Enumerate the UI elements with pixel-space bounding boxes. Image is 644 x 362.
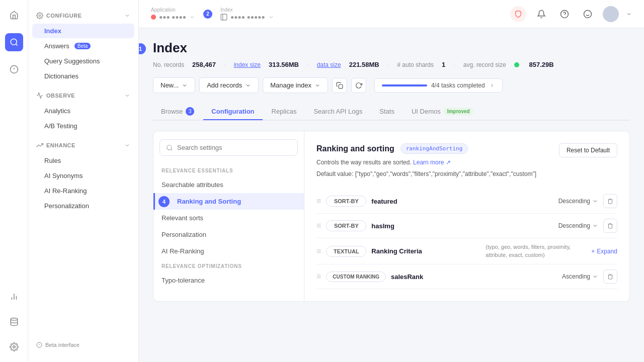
index-value: ●●●● ●●●●● [220,14,274,21]
sidebar-item-personalization[interactable]: Personalization [32,199,134,213]
delete-salesrank[interactable] [603,269,617,284]
sort-order-chevron-featured [592,198,598,204]
sidebar-item-index[interactable]: Index [32,24,134,38]
search-api-logs-tab-label: Search API Logs [313,108,362,115]
drag-handle-hasimg[interactable]: ≡ [316,221,321,230]
sidebar-item-ai-reranking[interactable]: AI Re-Ranking [32,184,134,198]
data-size-label[interactable]: data size [317,61,341,68]
copy-button[interactable] [332,78,347,93]
enhance-header[interactable]: ENHANCE [28,138,138,153]
add-records-chevron-icon [245,82,251,88]
relevance-essentials-title: RELEVANCE ESSENTIALS [153,164,304,176]
svg-rect-14 [221,14,227,20]
main-area: Application ●●● ●●●● 2 Index ●●●● ●●●●● [139,0,644,362]
left-panel-ranking-sorting[interactable]: Ranking and Sorting [153,193,304,210]
chart-icon[interactable] [5,288,23,306]
ab-testing-label: A/B Testing [44,122,77,130]
svg-line-23 [171,149,173,150]
new-button[interactable]: New... [153,77,195,93]
panel-title: Ranking and sorting [316,144,394,153]
tab-browse[interactable]: Browse 3 [153,103,202,121]
svg-line-1 [16,44,17,45]
add-records-button[interactable]: Add records [199,77,259,93]
data-size-value: 221.58MB [349,61,379,68]
left-panel-searchable-attributes[interactable]: Searchable attributes [153,176,304,193]
ai-reranking-label-left: AI Re-Ranking [162,247,204,255]
content-area: 1 Index No. records 258,467 · index size… [139,28,644,362]
search-icon[interactable] [5,33,23,51]
left-panel-typo-tolerance[interactable]: Typo-tolerance [153,272,304,289]
database-icon[interactable] [5,313,23,331]
icon-bar [0,0,28,362]
settings-icon[interactable] [5,338,23,356]
shield-icon[interactable] [510,6,526,22]
green-status-dot [514,62,519,67]
delete-hasimg[interactable] [603,219,617,233]
sort-row-hasimg: ≡ SORT-BY hasImg Descending [316,214,617,238]
svg-rect-21 [339,84,343,88]
tab-replicas[interactable]: Replicas [264,104,305,120]
avatar[interactable] [603,6,619,22]
beta-interface-badge[interactable]: Beta interface [36,342,130,348]
delete-featured[interactable] [603,194,617,208]
default-value-desc: Default value: ["typo","geo","words","fi… [316,169,617,179]
observe-header[interactable]: OBSERVE [28,88,138,103]
help-icon[interactable] [556,6,573,22]
settings-search-box[interactable] [159,139,298,156]
svg-point-0 [11,39,17,45]
sidebar-item-analytics[interactable]: Analytics [32,104,134,118]
tab-ui-demos[interactable]: UI Demos Improved [404,104,481,120]
answers-label: Answers [44,42,69,50]
reset-to-default-button[interactable]: Reset to Default [559,143,617,157]
drag-handle-salesrank[interactable]: ≡ [316,272,321,281]
sort-row-salesrank: ≡ CUSTOM RANKING salesRank Ascending [316,264,617,289]
left-panel-ai-reranking[interactable]: AI Re-Ranking [153,243,304,259]
tasks-progress[interactable]: 4/4 tasks completed [374,78,503,93]
tab-configuration[interactable]: Configuration [203,104,262,120]
relevant-sorts-label: Relevant sorts [162,214,203,222]
panel-code-badge: rankingAndSorting [400,143,468,154]
left-panel: RELEVANCE ESSENTIALS Searchable attribut… [153,131,304,301]
index-size-value: 313.56MB [269,61,299,68]
tab-search-api-logs[interactable]: Search API Logs [305,104,370,120]
index-size-label[interactable]: index size [234,61,261,68]
left-panel-relevant-sorts[interactable]: Relevant sorts [153,210,304,226]
two-panel: RELEVANCE ESSENTIALS Searchable attribut… [153,131,630,302]
expand-icon: + [591,248,595,255]
drag-handle-ranking-criteria[interactable]: ≡ [316,247,321,256]
sidebar-item-answers[interactable]: Answers Beta [32,39,134,53]
application-value: ●●● ●●●● [151,14,195,21]
sort-type-salesrank: CUSTOM RANKING [326,272,386,282]
sidebar-item-query-suggestions[interactable]: Query Suggestions [32,54,134,68]
tab-stats[interactable]: Stats [371,104,403,120]
learn-more-link[interactable]: Learn more ↗ [413,159,451,166]
refresh-icon [355,82,362,89]
sidebar-item-rules[interactable]: Rules [32,153,134,168]
home-icon[interactable] [5,6,23,24]
svg-point-9 [13,346,15,348]
new-chevron-icon [182,82,188,88]
index-section: Index ●●●● ●●●●● [220,7,274,21]
sort-order-salesrank[interactable]: Ascending [562,273,598,280]
sort-type-hasimg: SORT-BY [326,220,366,231]
sidebar-item-dictionaries[interactable]: Dictionaries [32,69,134,83]
configure-header[interactable]: CONFIGURE [28,8,138,23]
manage-index-button[interactable]: Manage index [263,77,328,93]
refresh-button[interactable] [351,78,366,93]
bell-icon[interactable] [533,6,549,22]
sort-order-featured[interactable]: Descending [558,198,598,205]
expand-button[interactable]: + Expand [591,248,617,255]
sidebar-item-ai-synonyms[interactable]: AI Synonyms [32,168,134,183]
lightbulb-icon[interactable] [5,60,23,78]
manage-index-label: Manage index [270,81,311,89]
settings-search-input[interactable] [177,144,291,151]
rules-label: Rules [44,157,61,164]
left-panel-personalization[interactable]: Personalization [153,226,304,243]
sidebar-item-ab-testing[interactable]: A/B Testing [32,119,134,133]
personalization-label-left: Personalization [162,231,206,238]
drag-handle-featured[interactable]: ≡ [316,197,321,206]
emoji-icon[interactable] [580,6,596,22]
typo-tolerance-label: Typo-tolerance [162,277,205,284]
sort-order-hasimg[interactable]: Descending [558,222,598,229]
svg-point-10 [39,15,41,17]
